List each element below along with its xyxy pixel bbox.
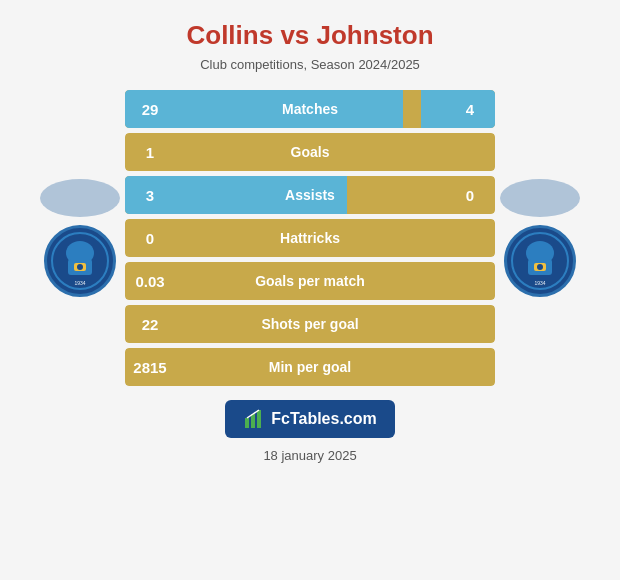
stat-label: Min per goal (175, 359, 445, 375)
left-team-badge: 1934 (35, 179, 125, 297)
stat-left-value: 1 (125, 144, 175, 161)
stat-label: Goals per match (175, 273, 445, 289)
stat-row: 2815Min per goal (125, 348, 495, 386)
stat-left-value: 0 (125, 230, 175, 247)
right-club-logo: 1934 (504, 225, 576, 297)
logo-text: FcTables.com (271, 410, 377, 428)
stat-row: 3Assists0 (125, 176, 495, 214)
stats-section: 29Matches41Goals3Assists00Hattricks0.03G… (125, 90, 495, 386)
logo-banner: FcTables.com (225, 400, 395, 438)
stat-left-value: 29 (125, 101, 175, 118)
stat-right-value: 4 (445, 101, 495, 118)
stat-left-value: 0.03 (125, 273, 175, 290)
stat-label: Goals (175, 144, 445, 160)
stat-left-value: 3 (125, 187, 175, 204)
svg-text:1934: 1934 (74, 280, 85, 286)
left-club-logo: 1934 (44, 225, 116, 297)
svg-point-4 (77, 264, 83, 270)
subtitle: Club competitions, Season 2024/2025 (200, 57, 420, 72)
right-oval-decoration (500, 179, 580, 217)
right-team-badge: 1934 (495, 179, 585, 297)
svg-point-10 (537, 264, 543, 270)
stat-row: 0.03Goals per match (125, 262, 495, 300)
svg-rect-12 (245, 418, 249, 428)
stat-label: Hattricks (175, 230, 445, 246)
stat-label: Shots per goal (175, 316, 445, 332)
left-oval-decoration (40, 179, 120, 217)
stat-row: 0Hattricks (125, 219, 495, 257)
stat-label: Matches (175, 101, 445, 117)
title: Collins vs Johnston (186, 20, 433, 51)
stat-row: 29Matches4 (125, 90, 495, 128)
svg-text:1934: 1934 (534, 280, 545, 286)
date-footer: 18 january 2025 (263, 448, 356, 463)
stat-row: 1Goals (125, 133, 495, 171)
fc-tables-icon (243, 408, 265, 430)
svg-rect-13 (251, 414, 255, 428)
stat-row: 22Shots per goal (125, 305, 495, 343)
stat-right-value: 0 (445, 187, 495, 204)
stat-left-value: 2815 (125, 359, 175, 376)
stat-label: Assists (175, 187, 445, 203)
svg-rect-14 (257, 410, 261, 428)
stat-left-value: 22 (125, 316, 175, 333)
